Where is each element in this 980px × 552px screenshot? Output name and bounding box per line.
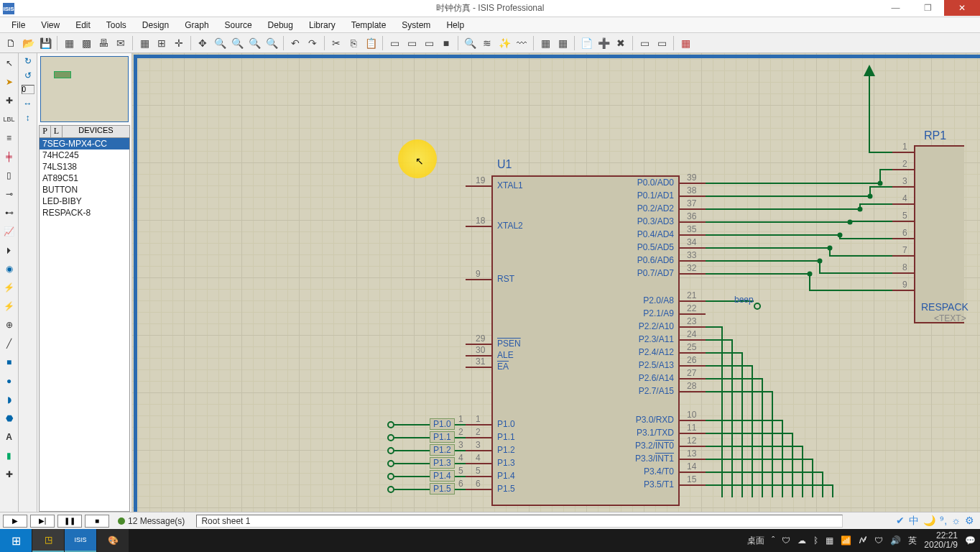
- tray-app-icon[interactable]: ▦: [826, 535, 833, 546]
- block2-icon[interactable]: ▭: [404, 35, 420, 51]
- tray-wifi-icon[interactable]: 📶: [841, 535, 851, 546]
- net-label[interactable]: P1.1: [430, 431, 455, 443]
- power-terminal-icon[interactable]: [864, 65, 875, 76]
- wire[interactable]: [809, 290, 892, 291]
- wire[interactable]: [706, 352, 741, 354]
- circle-icon[interactable]: ●: [2, 374, 17, 388]
- flip-h-icon[interactable]: ↔: [24, 98, 32, 109]
- close-button[interactable]: ✕: [944, 0, 980, 16]
- vprobe-icon[interactable]: ⚡: [2, 280, 17, 295]
- net-label[interactable]: P1.4: [430, 470, 455, 482]
- component-ref-u1[interactable]: U1: [497, 158, 512, 171]
- bom-icon[interactable]: 📄: [578, 35, 594, 51]
- task-item-paint[interactable]: 🎨: [97, 529, 129, 552]
- arc-icon[interactable]: ◗: [2, 392, 17, 407]
- terminal-icon[interactable]: [387, 486, 394, 493]
- pin-stub[interactable]: [892, 272, 914, 274]
- pin-stub[interactable]: [680, 326, 706, 328]
- menu-view[interactable]: View: [34, 19, 67, 32]
- pin-stub[interactable]: [680, 378, 706, 380]
- wire[interactable]: [839, 238, 892, 239]
- ares-icon[interactable]: ▦: [678, 35, 693, 51]
- menu-template[interactable]: Template: [344, 19, 394, 32]
- wire[interactable]: [731, 339, 733, 497]
- box-icon[interactable]: ■: [2, 355, 17, 369]
- grid-icon[interactable]: ⊞: [154, 35, 170, 51]
- maximize-button[interactable]: ❐: [912, 0, 944, 16]
- sheet-icon[interactable]: ▦: [61, 35, 77, 51]
- notif4-icon[interactable]: ⁹,: [940, 515, 947, 528]
- notif3-icon[interactable]: 🌙: [923, 515, 935, 528]
- label-icon[interactable]: LBL: [2, 112, 17, 126]
- library-button[interactable]: L: [51, 126, 63, 137]
- path-icon[interactable]: ⬣: [2, 411, 17, 426]
- script-icon[interactable]: ≡: [2, 131, 17, 145]
- wire[interactable]: [819, 272, 892, 274]
- menu-graph[interactable]: Graph: [177, 19, 216, 32]
- bus-icon[interactable]: ╪: [2, 150, 17, 164]
- wire[interactable]: [706, 339, 731, 341]
- tray-chevron-icon[interactable]: ˆ: [772, 535, 775, 546]
- tray-360-icon[interactable]: 🛡: [874, 535, 883, 546]
- mail-icon[interactable]: ✉: [113, 35, 129, 51]
- pin-stub[interactable]: [680, 352, 706, 354]
- pin-stub[interactable]: [466, 424, 491, 426]
- notif5-icon[interactable]: ☼: [951, 515, 961, 528]
- net2-icon[interactable]: ▭: [654, 35, 670, 51]
- pin-stub[interactable]: [466, 476, 491, 477]
- wire[interactable]: [752, 365, 753, 497]
- probe-icon[interactable]: ≋: [479, 35, 495, 51]
- pin-stub[interactable]: [892, 152, 914, 153]
- messages-status[interactable]: 12 Message(s): [118, 516, 185, 526]
- wire[interactable]: [706, 446, 802, 447]
- notif2-icon[interactable]: 中: [909, 515, 919, 528]
- wire[interactable]: [832, 484, 833, 497]
- stop-button[interactable]: ■: [85, 515, 109, 528]
- pin-stub[interactable]: [680, 459, 706, 460]
- tray-battery-icon[interactable]: 🗲: [859, 535, 867, 546]
- pin-icon[interactable]: ⊷: [2, 206, 17, 220]
- menu-file[interactable]: File: [4, 19, 32, 32]
- pin-stub[interactable]: [892, 238, 914, 239]
- pin-stub[interactable]: [466, 450, 491, 451]
- task-item-isis[interactable]: ISIS: [65, 529, 96, 552]
- angle-input[interactable]: 0: [22, 85, 34, 94]
- pin-stub[interactable]: [466, 226, 491, 227]
- overview-window[interactable]: [40, 56, 129, 122]
- pin-stub[interactable]: [892, 290, 914, 291]
- wire[interactable]: [869, 76, 870, 152]
- print-icon[interactable]: 🖶: [96, 35, 111, 51]
- wire[interactable]: [706, 247, 829, 249]
- devices-list[interactable]: 7SEG-MPX4-CC 74HC245 74LS138 AT89C51 BUT…: [39, 138, 130, 512]
- schematic-canvas[interactable]: ↖ U1 RP1 RESPACK <TEXT> 19XTAL118XTAL29R…: [132, 53, 980, 512]
- tray-notif-icon[interactable]: 💬: [965, 535, 976, 546]
- pin-stub[interactable]: [680, 339, 706, 341]
- junction-dot-icon[interactable]: [878, 181, 883, 186]
- junction-dot-icon[interactable]: [828, 246, 833, 251]
- pin-stub[interactable]: [680, 247, 706, 249]
- pin-stub[interactable]: [680, 365, 706, 367]
- wire[interactable]: [762, 378, 763, 497]
- origin-icon[interactable]: ✛: [171, 35, 187, 51]
- erc-add-icon[interactable]: ➕: [596, 35, 611, 51]
- menu-design[interactable]: Design: [135, 19, 176, 32]
- terminal-icon[interactable]: ⊸: [2, 187, 17, 201]
- terminal-icon[interactable]: [387, 447, 394, 454]
- menu-tools[interactable]: Tools: [99, 19, 134, 32]
- task-item-proteus[interactable]: ◳: [32, 529, 64, 552]
- device-item[interactable]: AT89C51: [40, 172, 129, 184]
- line-icon[interactable]: ╱: [2, 336, 17, 351]
- flip-v-icon[interactable]: ↕: [26, 113, 30, 123]
- subcircuit-icon[interactable]: ▯: [2, 168, 17, 183]
- device-item[interactable]: BUTTON: [40, 184, 129, 196]
- net-label[interactable]: P1.2: [430, 444, 455, 456]
- pin-stub[interactable]: [680, 313, 706, 315]
- pin-stub[interactable]: [680, 433, 706, 434]
- menu-system[interactable]: System: [394, 19, 438, 32]
- net-label-beep[interactable]: beep: [734, 295, 754, 305]
- wire[interactable]: [706, 365, 752, 367]
- ares1-icon[interactable]: ▦: [537, 35, 553, 51]
- menu-source[interactable]: Source: [218, 19, 259, 32]
- wire[interactable]: [849, 221, 892, 222]
- pin-stub[interactable]: [680, 196, 706, 197]
